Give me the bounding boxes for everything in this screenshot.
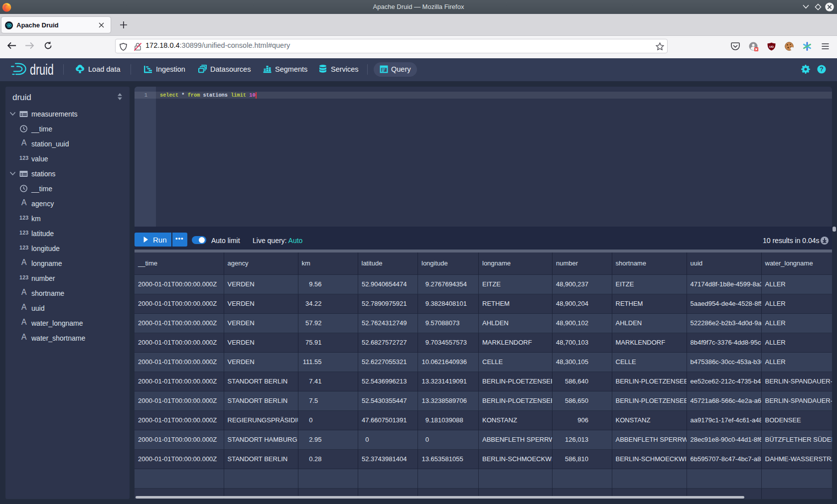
svg-text:?: ? xyxy=(820,66,824,73)
svg-text:UO: UO xyxy=(769,45,774,48)
